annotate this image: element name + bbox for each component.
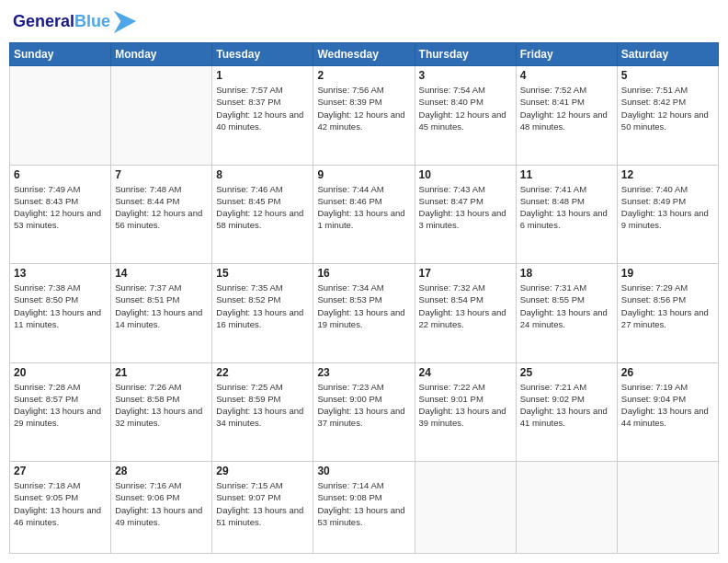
day-info: Sunrise: 7:35 AM Sunset: 8:52 PM Dayligh…: [216, 282, 309, 330]
weekday-header: Sunday: [10, 43, 111, 66]
day-info: Sunrise: 7:32 AM Sunset: 8:54 PM Dayligh…: [419, 282, 512, 330]
calendar-cell: 12Sunrise: 7:40 AM Sunset: 8:49 PM Dayli…: [617, 165, 718, 264]
calendar-cell: 18Sunrise: 7:31 AM Sunset: 8:55 PM Dayli…: [516, 264, 617, 363]
day-info: Sunrise: 7:41 AM Sunset: 8:48 PM Dayligh…: [520, 183, 613, 232]
calendar-cell: 25Sunrise: 7:21 AM Sunset: 9:02 PM Dayli…: [516, 362, 617, 462]
calendar-cell: [10, 66, 111, 166]
calendar-cell: 11Sunrise: 7:41 AM Sunset: 8:48 PM Dayli…: [516, 165, 617, 264]
day-info: Sunrise: 7:22 AM Sunset: 9:01 PM Dayligh…: [419, 381, 512, 430]
calendar-cell: [415, 462, 516, 554]
day-number: 10: [419, 168, 512, 181]
weekday-header: Wednesday: [313, 43, 415, 66]
day-info: Sunrise: 7:43 AM Sunset: 8:47 PM Dayligh…: [419, 183, 512, 232]
weekday-header: Saturday: [617, 43, 718, 66]
day-info: Sunrise: 7:18 AM Sunset: 9:05 PM Dayligh…: [14, 479, 107, 528]
calendar-cell: 14Sunrise: 7:37 AM Sunset: 8:51 PM Dayli…: [111, 264, 212, 363]
day-number: 14: [115, 267, 208, 280]
calendar-cell: [617, 462, 718, 554]
calendar-cell: 6Sunrise: 7:49 AM Sunset: 8:43 PM Daylig…: [10, 165, 111, 264]
day-number: 20: [14, 366, 107, 379]
calendar-cell: 29Sunrise: 7:15 AM Sunset: 9:07 PM Dayli…: [212, 462, 313, 554]
day-number: 5: [621, 69, 714, 82]
day-number: 11: [520, 168, 613, 181]
day-number: 12: [621, 168, 714, 181]
calendar-cell: 4Sunrise: 7:52 AM Sunset: 8:41 PM Daylig…: [516, 66, 617, 166]
day-number: 30: [317, 465, 410, 477]
day-info: Sunrise: 7:21 AM Sunset: 9:02 PM Dayligh…: [520, 381, 613, 430]
calendar-cell: 5Sunrise: 7:51 AM Sunset: 8:42 PM Daylig…: [617, 66, 718, 166]
day-number: 18: [520, 267, 613, 280]
day-number: 21: [115, 366, 208, 379]
calendar-cell: 15Sunrise: 7:35 AM Sunset: 8:52 PM Dayli…: [212, 264, 313, 363]
page: GeneralBlue SundayMondayTuesdayWednesday…: [0, 0, 728, 563]
logo-text: GeneralBlue: [13, 13, 110, 31]
calendar-cell: 13Sunrise: 7:38 AM Sunset: 8:50 PM Dayli…: [10, 264, 111, 363]
weekday-header: Thursday: [415, 43, 516, 66]
day-info: Sunrise: 7:40 AM Sunset: 8:49 PM Dayligh…: [621, 183, 714, 232]
day-number: 16: [317, 267, 410, 280]
calendar-cell: 3Sunrise: 7:54 AM Sunset: 8:40 PM Daylig…: [415, 66, 516, 166]
day-number: 15: [216, 267, 309, 280]
day-info: Sunrise: 7:26 AM Sunset: 8:58 PM Dayligh…: [115, 381, 208, 430]
calendar-cell: 28Sunrise: 7:16 AM Sunset: 9:06 PM Dayli…: [111, 462, 212, 554]
day-number: 29: [216, 465, 309, 477]
day-info: Sunrise: 7:51 AM Sunset: 8:42 PM Dayligh…: [621, 84, 714, 132]
day-info: Sunrise: 7:48 AM Sunset: 8:44 PM Dayligh…: [115, 183, 208, 232]
day-number: 1: [216, 69, 309, 82]
day-info: Sunrise: 7:46 AM Sunset: 8:45 PM Dayligh…: [216, 183, 309, 232]
calendar-cell: 21Sunrise: 7:26 AM Sunset: 8:58 PM Dayli…: [111, 362, 212, 462]
day-info: Sunrise: 7:54 AM Sunset: 8:40 PM Dayligh…: [419, 84, 512, 132]
day-info: Sunrise: 7:23 AM Sunset: 9:00 PM Dayligh…: [317, 381, 410, 430]
day-info: Sunrise: 7:19 AM Sunset: 9:04 PM Dayligh…: [621, 381, 714, 430]
day-info: Sunrise: 7:38 AM Sunset: 8:50 PM Dayligh…: [14, 282, 107, 330]
calendar-cell: 23Sunrise: 7:23 AM Sunset: 9:00 PM Dayli…: [313, 362, 415, 462]
day-info: Sunrise: 7:37 AM Sunset: 8:51 PM Dayligh…: [115, 282, 208, 330]
calendar-cell: 20Sunrise: 7:28 AM Sunset: 8:57 PM Dayli…: [10, 362, 111, 462]
calendar-cell: 26Sunrise: 7:19 AM Sunset: 9:04 PM Dayli…: [617, 362, 718, 462]
day-info: Sunrise: 7:34 AM Sunset: 8:53 PM Dayligh…: [317, 282, 410, 330]
day-number: 26: [621, 366, 714, 379]
day-number: 27: [14, 465, 107, 477]
day-info: Sunrise: 7:28 AM Sunset: 8:57 PM Dayligh…: [14, 381, 107, 430]
calendar-cell: 1Sunrise: 7:57 AM Sunset: 8:37 PM Daylig…: [212, 66, 313, 166]
day-number: 2: [317, 69, 410, 82]
day-number: 3: [419, 69, 512, 82]
logo-icon: [112, 9, 138, 35]
calendar-cell: 24Sunrise: 7:22 AM Sunset: 9:01 PM Dayli…: [415, 362, 516, 462]
day-number: 25: [520, 366, 613, 379]
day-number: 8: [216, 168, 309, 181]
day-info: Sunrise: 7:15 AM Sunset: 9:07 PM Dayligh…: [216, 479, 309, 528]
day-info: Sunrise: 7:56 AM Sunset: 8:39 PM Dayligh…: [317, 84, 410, 132]
day-info: Sunrise: 7:14 AM Sunset: 9:08 PM Dayligh…: [317, 479, 410, 528]
calendar-cell: 22Sunrise: 7:25 AM Sunset: 8:59 PM Dayli…: [212, 362, 313, 462]
calendar-cell: 30Sunrise: 7:14 AM Sunset: 9:08 PM Dayli…: [313, 462, 415, 554]
calendar-cell: 27Sunrise: 7:18 AM Sunset: 9:05 PM Dayli…: [10, 462, 111, 554]
day-number: 19: [621, 267, 714, 280]
day-number: 7: [115, 168, 208, 181]
day-number: 13: [14, 267, 107, 280]
day-number: 23: [317, 366, 410, 379]
calendar-cell: 2Sunrise: 7:56 AM Sunset: 8:39 PM Daylig…: [313, 66, 415, 166]
weekday-header: Tuesday: [212, 43, 313, 66]
calendar-cell: [516, 462, 617, 554]
calendar-table: SundayMondayTuesdayWednesdayThursdayFrid…: [9, 42, 719, 554]
calendar-cell: 19Sunrise: 7:29 AM Sunset: 8:56 PM Dayli…: [617, 264, 718, 363]
day-number: 22: [216, 366, 309, 379]
calendar-cell: 10Sunrise: 7:43 AM Sunset: 8:47 PM Dayli…: [415, 165, 516, 264]
calendar-cell: 8Sunrise: 7:46 AM Sunset: 8:45 PM Daylig…: [212, 165, 313, 264]
calendar-cell: 17Sunrise: 7:32 AM Sunset: 8:54 PM Dayli…: [415, 264, 516, 363]
day-info: Sunrise: 7:57 AM Sunset: 8:37 PM Dayligh…: [216, 84, 309, 132]
day-info: Sunrise: 7:49 AM Sunset: 8:43 PM Dayligh…: [14, 183, 107, 232]
day-info: Sunrise: 7:25 AM Sunset: 8:59 PM Dayligh…: [216, 381, 309, 430]
calendar-cell: 16Sunrise: 7:34 AM Sunset: 8:53 PM Dayli…: [313, 264, 415, 363]
day-info: Sunrise: 7:44 AM Sunset: 8:46 PM Dayligh…: [317, 183, 410, 232]
day-number: 4: [520, 69, 613, 82]
day-number: 24: [419, 366, 512, 379]
day-info: Sunrise: 7:52 AM Sunset: 8:41 PM Dayligh…: [520, 84, 613, 132]
weekday-header: Monday: [111, 43, 212, 66]
day-number: 9: [317, 168, 410, 181]
day-info: Sunrise: 7:31 AM Sunset: 8:55 PM Dayligh…: [520, 282, 613, 330]
logo: GeneralBlue: [13, 9, 138, 35]
day-number: 6: [14, 168, 107, 181]
svg-marker-0: [114, 11, 136, 33]
